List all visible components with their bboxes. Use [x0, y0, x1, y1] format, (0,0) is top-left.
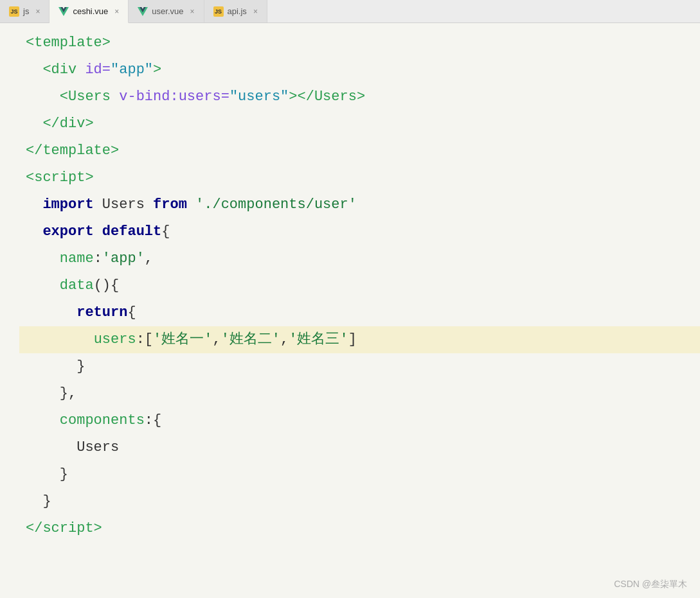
comma-12a: ,	[212, 326, 220, 353]
indent-13	[26, 353, 76, 380]
prop-data: data	[60, 272, 94, 299]
code-line-18: }	[26, 488, 700, 515]
tag-script-open: <script>	[26, 164, 94, 191]
colon-12: :[	[136, 326, 153, 353]
comma-12b: ,	[280, 326, 289, 353]
space-8	[94, 218, 102, 245]
code-line-4: </div>	[26, 110, 700, 137]
prop-users: users	[94, 326, 136, 353]
code-line-17: }	[26, 461, 700, 488]
space-7b	[187, 191, 195, 218]
string-name3: '姓名三'	[289, 326, 348, 353]
tab-ceshi-vue[interactable]: ceshi.vue ×	[49, 0, 129, 23]
indent-16	[26, 434, 76, 461]
keyword-import: import	[42, 191, 93, 218]
vue-icon-ceshi	[58, 6, 69, 17]
attr-id-value: "app"	[111, 57, 153, 84]
tag-users-open: <Users	[60, 84, 119, 110]
tag-div-end: </div>	[42, 110, 93, 137]
indent-15	[26, 407, 60, 434]
code-line-1: <template>	[26, 30, 700, 57]
code-line-11: return {	[26, 299, 700, 326]
tab-api-js[interactable]: JS api.js ×	[204, 0, 267, 22]
line-numbers	[0, 23, 19, 598]
tab-js-label: js	[23, 6, 29, 16]
code-line-8: export default {	[26, 218, 700, 245]
brace-18: }	[42, 488, 51, 515]
bracket-12: ]	[348, 326, 357, 353]
indent-11	[26, 299, 76, 326]
brace-8: {	[161, 218, 170, 245]
tab-api-label: api.js	[228, 6, 247, 16]
tab-ceshi-label: ceshi.vue	[73, 6, 108, 16]
keyword-return: return	[76, 299, 127, 326]
tag-div-close-bracket: >	[153, 57, 161, 84]
keyword-export: export	[42, 218, 93, 245]
code-area: <template> <div id= "app" > <Users v-bin…	[0, 23, 700, 598]
tag-users-close: ></Users>	[289, 84, 365, 110]
string-name2: '姓名二'	[221, 326, 280, 353]
code-line-7: import Users from './components/user'	[26, 191, 700, 218]
watermark: CSDN @叁柒單木	[614, 579, 687, 590]
indent-3	[26, 84, 60, 110]
tag-div-open: <div	[42, 57, 85, 84]
string-path: './components/user'	[195, 191, 357, 218]
tab-user-close[interactable]: ×	[190, 7, 195, 16]
tab-user-label: user.vue	[152, 6, 183, 16]
code-line-20	[26, 542, 700, 569]
string-name1: '姓名一'	[153, 326, 212, 353]
tab-api-close[interactable]: ×	[253, 7, 258, 16]
code-line-10: data (){	[26, 272, 700, 299]
attr-vbind: v-bind:users=	[119, 84, 229, 110]
code-line-15: components :{	[26, 407, 700, 434]
indent-12	[26, 326, 94, 353]
indent-2	[26, 57, 42, 84]
brace-17: }	[60, 461, 68, 488]
indent-7	[26, 191, 42, 218]
tab-js[interactable]: JS js ×	[0, 0, 49, 22]
prop-components: components	[60, 407, 145, 434]
code-line-13: }	[26, 353, 700, 380]
tag-template-open: <template>	[26, 30, 111, 57]
indent-17	[26, 461, 60, 488]
indent-14	[26, 380, 60, 407]
vue-icon-user	[138, 6, 148, 17]
colon-9: :	[94, 245, 102, 272]
value-users: Users	[76, 434, 119, 461]
tag-script-end: </script>	[26, 515, 102, 542]
keyword-from: from	[153, 191, 187, 218]
indent-8	[26, 218, 42, 245]
indent-18	[26, 488, 42, 515]
code-line-14: },	[26, 380, 700, 407]
brace-11: {	[127, 299, 136, 326]
code-line-5: </template>	[26, 137, 700, 164]
code-line-9: name : 'app' ,	[26, 245, 700, 272]
keyword-default: default	[102, 218, 161, 245]
tab-user-vue[interactable]: user.vue ×	[129, 0, 204, 22]
code-line-21	[26, 569, 700, 596]
code-line-19: </script>	[26, 515, 700, 542]
tab-js-close[interactable]: ×	[35, 7, 40, 16]
indent-4	[26, 110, 42, 137]
space-7a: Users	[94, 191, 153, 218]
tab-bar: JS js × ceshi.vue × user.vue ×	[0, 0, 700, 23]
code-line-6: <script>	[26, 164, 700, 191]
attr-vbind-value: "users"	[229, 84, 289, 110]
attr-id: id=	[85, 57, 111, 84]
colon-15: :{	[145, 407, 161, 434]
code-line-3: <Users v-bind:users= "users" ></Users>	[26, 84, 700, 110]
js-icon: JS	[9, 6, 19, 17]
code-line-12: users :[ '姓名一' , '姓名二' , '姓名三' ]	[19, 326, 700, 353]
tag-template-end: </template>	[26, 137, 119, 164]
comma-9: ,	[145, 245, 153, 272]
brace-14: },	[60, 380, 76, 407]
fn-10: (){	[94, 272, 120, 299]
indent-9	[26, 245, 60, 272]
string-app: 'app'	[102, 245, 145, 272]
tab-ceshi-close[interactable]: ×	[114, 7, 119, 16]
code-line-16: Users	[26, 434, 700, 461]
code-content[interactable]: <template> <div id= "app" > <Users v-bin…	[19, 23, 700, 598]
code-line-2: <div id= "app" >	[26, 57, 700, 84]
editor-container: JS js × ceshi.vue × user.vue ×	[0, 0, 700, 598]
js-icon-api: JS	[213, 6, 224, 17]
